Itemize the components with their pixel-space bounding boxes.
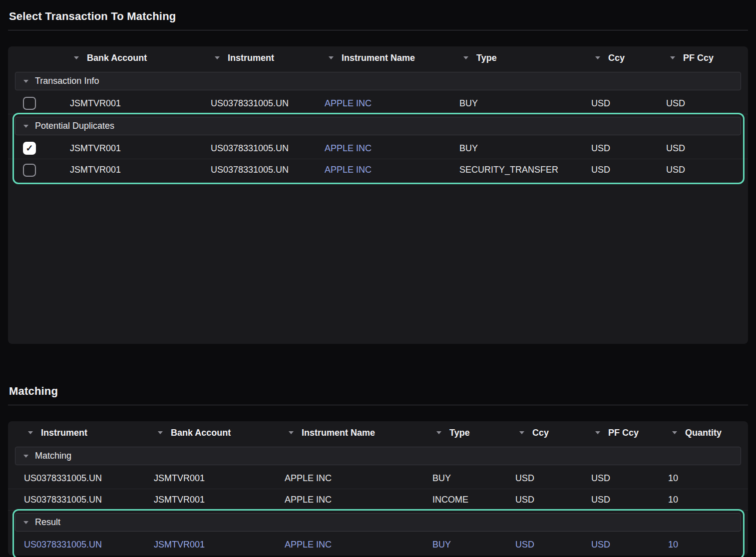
chevron-down-icon [23,455,28,458]
checkbox-cell: ✓ [8,142,67,155]
cell-pf-ccy: USD [575,495,652,505]
cell-ccy: USD [499,540,575,550]
cell-bank-account: JSMTVR001 [67,98,208,109]
cell-ccy: USD [499,473,575,484]
column-header-ccy[interactable]: Ccy [499,428,575,438]
row-checkbox[interactable] [23,97,36,110]
transaction-row: JSMTVR001US0378331005.UNAPPLE INCSECURIT… [8,159,748,181]
checkbox-cell [8,164,67,177]
cell-pf-ccy: USD [663,143,748,154]
chevron-down-icon [595,431,600,434]
matching-table-header-row: Instrument Bank Account Instrument Name … [8,421,748,444]
select-transactions-table: Bank Account Instrument Instrument Name … [8,46,748,344]
group-label: Potential Duplicates [35,121,114,131]
chevron-down-icon [436,431,441,434]
cell-bank-account: JSMTVR001 [138,495,269,505]
row-checkbox[interactable]: ✓ [23,142,36,155]
cell-ccy: USD [588,165,663,175]
column-header-type[interactable]: Type [416,428,499,438]
group-header-matching[interactable]: Matching [15,447,741,465]
cell-instrument-name[interactable]: APPLE INC [322,98,456,109]
chevron-down-icon [519,431,524,434]
cell-instrument-name[interactable]: APPLE INC [322,165,456,175]
column-header-label: Type [476,53,497,63]
select-table-body: Transaction InfoJSMTVR001US0378331005.UN… [8,69,748,181]
cell-type: BUY [456,98,588,109]
column-header-type[interactable]: Type [456,53,588,63]
group-label: Matching [35,451,71,461]
cell-bank-account: JSMTVR001 [138,540,269,550]
chevron-down-icon [23,80,28,83]
select-table-header-row: Bank Account Instrument Instrument Name … [8,46,748,69]
column-header-pf-ccy[interactable]: PF Ccy [575,428,652,438]
matching-table-body: MatchingUS0378331005.UNJSMTVR001APPLE IN… [8,444,748,556]
cell-instrument: US0378331005.UN [8,495,138,505]
column-header-label: Instrument [228,53,274,63]
cell-pf-ccy: USD [663,98,748,109]
group-header-result[interactable]: Result [15,513,741,532]
cell-ccy: USD [588,143,663,154]
column-header-ccy[interactable]: Ccy [588,53,663,63]
checkbox-cell [8,97,67,110]
cell-pf-ccy: USD [575,540,652,550]
matching-row: US0378331005.UNJSMTVR001APPLE INCBUYUSDU… [8,534,748,556]
column-header-label: Quantity [685,428,722,438]
group-label: Result [35,517,60,528]
chevron-down-icon [158,431,163,434]
transaction-row: JSMTVR001US0378331005.UNAPPLE INCBUYUSDU… [8,93,748,114]
page: Select Transaction To Matching Bank Acco… [8,5,748,556]
cell-instrument: US0378331005.UN [208,165,322,175]
cell-ccy: USD [588,98,663,109]
column-header-label: PF Ccy [608,428,639,438]
column-header-label: Instrument Name [342,53,415,63]
chevron-down-icon [74,56,79,59]
cell-pf-ccy: USD [575,473,652,484]
group-label: Transaction Info [35,76,99,86]
column-header-quantity[interactable]: Quantity [652,428,748,438]
cell-ccy: USD [499,495,575,505]
cell-quantity: 10 [652,473,748,484]
cell-instrument: US0378331005.UN [208,143,322,154]
column-header-instrument[interactable]: Instrument [8,428,138,438]
cell-type: SECURITY_TRANSFER [456,165,588,175]
chevron-down-icon [23,125,28,128]
chevron-down-icon [670,56,675,59]
column-header-pf-ccy[interactable]: PF Ccy [663,53,748,63]
cell-bank-account: JSMTVR001 [67,143,208,154]
select-section-title: Select Transaction To Matching [8,5,748,30]
row-group: MatchingUS0378331005.UNJSMTVR001APPLE IN… [8,444,748,511]
cell-type: BUY [416,540,499,550]
chevron-down-icon [329,56,334,59]
cell-instrument-name: APPLE INC [269,473,416,484]
chevron-down-icon [215,56,220,59]
row-checkbox[interactable] [23,164,36,177]
chevron-down-icon [289,431,294,434]
cell-quantity: 10 [652,495,748,505]
column-header-instrument-name[interactable]: Instrument Name [269,428,416,438]
row-group: Transaction InfoJSMTVR001US0378331005.UN… [8,69,748,114]
group-header-transaction-info[interactable]: Transaction Info [15,72,741,90]
matching-table: Instrument Bank Account Instrument Name … [8,421,748,556]
cell-instrument: US0378331005.UN [8,473,138,484]
column-header-instrument-name[interactable]: Instrument Name [322,53,456,63]
chevron-down-icon [28,431,33,434]
group-header-potential-duplicates[interactable]: Potential Duplicates [15,117,741,135]
column-header-label: Ccy [532,428,549,438]
cell-instrument-name[interactable]: APPLE INC [322,143,456,154]
column-header-instrument[interactable]: Instrument [208,53,322,63]
cell-instrument-name: APPLE INC [269,495,416,505]
column-header-bank-account[interactable]: Bank Account [67,53,208,63]
matching-section-title: Matching [8,380,748,405]
matching-row: US0378331005.UNJSMTVR001APPLE INCINCOMEU… [8,489,748,511]
column-header-label: Instrument Name [302,428,375,438]
chevron-down-icon [672,431,677,434]
highlighted-group: Potential Duplicates✓JSMTVR001US03783310… [8,114,748,181]
column-header-label: Ccy [608,53,625,63]
cell-quantity: 10 [652,540,748,550]
cell-type: BUY [416,473,499,484]
cell-instrument: US0378331005.UN [208,98,322,109]
cell-instrument: US0378331005.UN [8,540,138,550]
matching-row: US0378331005.UNJSMTVR001APPLE INCBUYUSDU… [8,468,748,489]
column-header-bank-account[interactable]: Bank Account [138,428,269,438]
cell-instrument-name: APPLE INC [269,540,416,550]
